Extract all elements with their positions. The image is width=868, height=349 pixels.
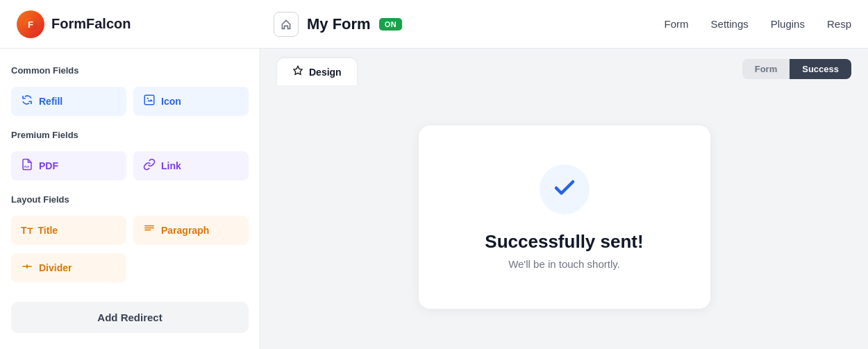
svg-point-10 <box>26 266 28 268</box>
divider-button[interactable]: Divider <box>11 253 126 282</box>
link-icon <box>143 158 156 173</box>
tabs-bar: Design Form Success <box>260 49 868 85</box>
success-toggle-button[interactable]: Success <box>790 59 851 79</box>
form-title: My Form <box>307 15 371 33</box>
tabs-left: Design <box>277 58 357 85</box>
layout-fields-row2: Divider <box>11 253 249 282</box>
refill-label: Refill <box>39 96 62 107</box>
sidebar: Common Fields Refill <box>0 49 260 349</box>
divider-icon <box>21 260 33 275</box>
svg-rect-2 <box>144 95 154 105</box>
icon-field-icon <box>143 94 156 109</box>
logo-area: F FormFalcon <box>17 10 274 38</box>
on-badge: ON <box>379 18 403 31</box>
header-nav: Form Settings Plugins Resp <box>665 18 851 30</box>
tabs-right: Form Success <box>742 59 851 85</box>
header: F FormFalcon My Form ON Form Settings Pl… <box>0 0 868 49</box>
form-toggle-button[interactable]: Form <box>742 59 790 79</box>
form-success-toggle: Form Success <box>742 59 851 79</box>
premium-fields-label: Premium Fields <box>11 130 249 140</box>
pdf-button[interactable]: PDF PDF <box>11 151 126 180</box>
paragraph-icon <box>143 223 156 238</box>
layout-fields-row1: Tᴛ Title Paragraph <box>11 216 249 245</box>
design-tab[interactable]: Design <box>277 58 357 85</box>
icon-label: Icon <box>161 96 181 107</box>
add-redirect-button[interactable]: Add Redirect <box>11 302 249 333</box>
divider-label: Divider <box>39 262 72 273</box>
nav-settings[interactable]: Settings <box>711 18 749 30</box>
pdf-label: PDF <box>39 160 58 171</box>
common-fields-label: Common Fields <box>11 65 249 76</box>
nav-resp[interactable]: Resp <box>827 18 851 30</box>
header-center: My Form ON <box>274 12 665 37</box>
card-area: Successfully sent! We'll be in touch sho… <box>260 85 868 349</box>
nav-form[interactable]: Form <box>665 18 689 30</box>
check-icon <box>552 176 577 204</box>
link-button[interactable]: Link <box>133 151 249 180</box>
title-label: Title <box>38 225 58 236</box>
logo-text: FormFalcon <box>51 16 131 32</box>
pdf-icon: PDF <box>21 158 33 173</box>
svg-point-3 <box>147 98 149 99</box>
title-button[interactable]: Tᴛ Title <box>11 216 126 245</box>
paragraph-label: Paragraph <box>161 225 209 236</box>
svg-text:F: F <box>28 19 33 30</box>
common-fields-row: Refill Icon <box>11 87 249 116</box>
layout-fields-label: Layout Fields <box>11 194 249 205</box>
paragraph-button[interactable]: Paragraph <box>133 216 249 245</box>
content-area: Design Form Success <box>260 49 868 349</box>
design-tab-icon <box>292 65 303 78</box>
success-title: Successfully sent! <box>485 231 643 253</box>
home-button[interactable] <box>274 12 299 37</box>
success-subtitle: We'll be in touch shortly. <box>508 258 620 270</box>
success-card: Successfully sent! We'll be in touch sho… <box>419 126 710 309</box>
link-label: Link <box>161 160 181 171</box>
svg-text:PDF: PDF <box>24 166 30 169</box>
premium-fields-row: PDF PDF Link <box>11 151 249 180</box>
design-tab-label: Design <box>309 67 342 78</box>
title-icon: Tᴛ <box>21 225 33 236</box>
logo-icon: F <box>17 10 44 38</box>
icon-button[interactable]: Icon <box>133 87 249 116</box>
refill-button[interactable]: Refill <box>11 87 126 116</box>
main: Common Fields Refill <box>0 49 868 349</box>
check-circle <box>540 164 590 214</box>
nav-plugins[interactable]: Plugins <box>771 18 805 30</box>
refill-icon <box>21 94 33 109</box>
